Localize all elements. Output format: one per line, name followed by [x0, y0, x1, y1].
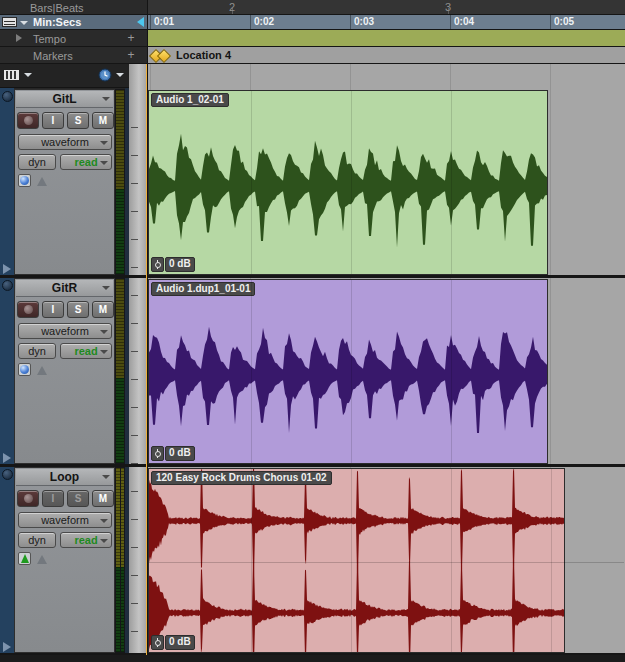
automation-mode-button[interactable]: read [60, 343, 112, 359]
ruler-tempo-label-column[interactable]: Tempo + [0, 30, 148, 46]
voice-sphere-icon [20, 176, 29, 185]
track-collapse-dot-icon[interactable] [2, 280, 13, 291]
clip-gain-badge[interactable]: 0 dB [151, 257, 195, 272]
fader-marker-icon [37, 366, 47, 375]
scale-ticks [131, 100, 138, 655]
solo-button[interactable]: S [67, 301, 89, 318]
track-header[interactable]: Loop I S M waveform dyn read [14, 467, 115, 653]
track-name[interactable]: GitL [16, 91, 113, 108]
track-name-arrow-icon[interactable] [102, 475, 110, 479]
track-name-arrow-icon[interactable] [102, 97, 110, 101]
dyn-button[interactable]: dyn [18, 154, 56, 170]
clip-grid-line [351, 280, 352, 463]
track-level-meter [115, 89, 125, 275]
automation-mode-button[interactable]: read [60, 154, 112, 170]
playlist-arrow-icon[interactable] [3, 453, 11, 463]
audio-clip[interactable]: 120 Easy Rock Drums Chorus 01-02 0 dB [148, 468, 565, 653]
clip-grid-line [451, 469, 452, 652]
clock-menu-arrow-icon[interactable] [116, 73, 124, 77]
track-collapse-dot-icon[interactable] [2, 469, 13, 480]
tempo-add-button[interactable]: + [124, 31, 138, 45]
clip-grid-line [351, 469, 352, 652]
ruler-bars-label: Bars|Beats [30, 1, 84, 15]
ruler-menu-arrow-icon[interactable] [20, 21, 28, 25]
clip-name-badge: 120 Easy Rock Drums Chorus 01-02 [151, 471, 332, 485]
audio-clip[interactable]: Audio 1.dup1_01-01 0 dB [148, 279, 548, 464]
track-view-selector[interactable]: waveform [18, 512, 112, 528]
track-select-strip [0, 88, 14, 655]
solo-button[interactable]: S [67, 490, 89, 507]
ruler-minsecs-label-column[interactable]: Min:Secs [0, 15, 148, 29]
time-tick-label: 0:01 [154, 16, 174, 27]
ruler-min-secs[interactable]: 0:010:020:030:040:05 Min:Secs [0, 15, 625, 30]
timeline-collapse-icon[interactable] [137, 17, 144, 27]
track-view-selector[interactable]: waveform [18, 323, 112, 339]
clip-gain-badge[interactable]: 0 dB [151, 635, 195, 650]
record-enable-button[interactable] [17, 301, 39, 318]
track-list-header [0, 64, 129, 88]
waveform-graphic [149, 91, 547, 274]
track-header[interactable]: GitL I S M waveform dyn read [14, 89, 115, 275]
waveform-graphic [149, 280, 547, 463]
time-tick-line [550, 15, 551, 29]
bottom-edge [0, 655, 625, 662]
record-dot-icon [24, 494, 33, 503]
edit-cursor-line [146, 64, 147, 655]
clip-gain-badge[interactable]: 0 dB [151, 446, 195, 461]
track-collapse-dot-icon[interactable] [2, 91, 13, 102]
automation-dropdown-arrow-icon [100, 161, 108, 165]
input-monitor-button[interactable]: I [42, 490, 64, 507]
audio-clip[interactable]: Audio 1_02-01 0 dB [148, 90, 548, 275]
track-height-icon[interactable] [3, 69, 20, 81]
marker-location-4[interactable]: Location 4 [150, 47, 350, 64]
markers-add-button[interactable]: + [124, 48, 138, 62]
waveform-graphic [149, 469, 564, 652]
ruler-markers-label-column[interactable]: Markers + [0, 47, 148, 63]
mute-button[interactable]: M [92, 490, 114, 507]
track-list-menu-arrow-icon[interactable] [24, 73, 32, 77]
ruler-markers[interactable]: Markers + Location 4 [0, 47, 625, 64]
fader-marker-icon [37, 555, 47, 564]
view-dropdown-arrow-icon [100, 330, 108, 334]
track-indicator-button[interactable] [18, 552, 31, 565]
clip-grid-line [451, 91, 452, 274]
clip-grid-line [351, 91, 352, 274]
track-indicator-button[interactable] [18, 363, 31, 376]
time-tick-label: 0:02 [254, 16, 274, 27]
tempo-expand-icon[interactable] [16, 34, 22, 42]
record-enable-button[interactable] [17, 490, 39, 507]
track-name[interactable]: Loop [16, 469, 113, 486]
solo-button[interactable]: S [67, 112, 89, 129]
ruler-list-icon[interactable] [2, 17, 17, 27]
ruler-markers-label: Markers [33, 49, 73, 63]
ruler-bars-beats[interactable]: 23 Bars|Beats [0, 0, 625, 15]
ruler-tempo[interactable]: Tempo + [0, 30, 625, 47]
dyn-button[interactable]: dyn [18, 343, 56, 359]
marker-label: Location 4 [176, 48, 231, 63]
track-name[interactable]: GitR [16, 280, 113, 297]
fader-marker-icon [37, 177, 47, 186]
record-enable-button[interactable] [17, 112, 39, 129]
input-monitor-button[interactable]: I [42, 112, 64, 129]
playlist-arrow-icon[interactable] [3, 642, 11, 652]
clip-grid-line [251, 280, 252, 463]
record-dot-icon [24, 116, 33, 125]
ruler-bars-label-column[interactable]: Bars|Beats [0, 0, 148, 14]
track-level-meter [115, 467, 125, 653]
clip-gain-value: 0 dB [165, 635, 195, 650]
mute-button[interactable]: M [92, 301, 114, 318]
record-dot-icon [24, 305, 33, 314]
track-indicator-button[interactable] [18, 174, 31, 187]
bars-tick-label: 2 [229, 1, 235, 13]
playlist-arrow-icon[interactable] [3, 264, 11, 274]
mute-button[interactable]: M [92, 112, 114, 129]
track-name-arrow-icon[interactable] [102, 286, 110, 290]
automation-mode-button[interactable]: read [60, 532, 112, 548]
track-header[interactable]: GitR I S M waveform dyn read [14, 278, 115, 464]
time-tick-label: 0:05 [554, 16, 574, 27]
clock-icon[interactable] [98, 68, 112, 82]
input-monitor-button[interactable]: I [42, 301, 64, 318]
dyn-button[interactable]: dyn [18, 532, 56, 548]
view-dropdown-arrow-icon [100, 141, 108, 145]
track-view-selector[interactable]: waveform [18, 134, 112, 150]
